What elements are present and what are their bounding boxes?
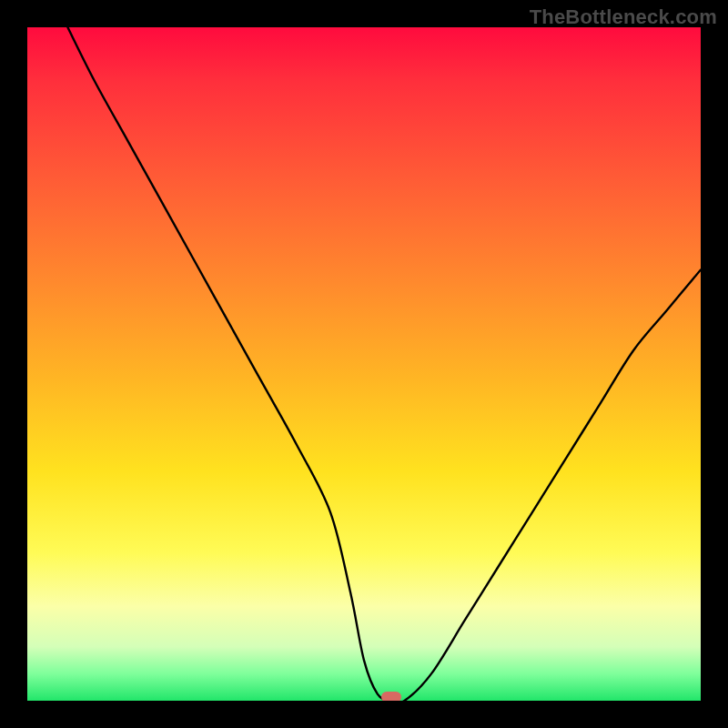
plot-outer xyxy=(27,27,701,701)
watermark-text: TheBottleneck.com xyxy=(530,5,717,29)
bottleneck-curve xyxy=(27,27,701,701)
plot-area xyxy=(27,27,701,701)
chart-frame: TheBottleneck.com xyxy=(0,0,728,728)
bottleneck-marker xyxy=(381,692,401,701)
